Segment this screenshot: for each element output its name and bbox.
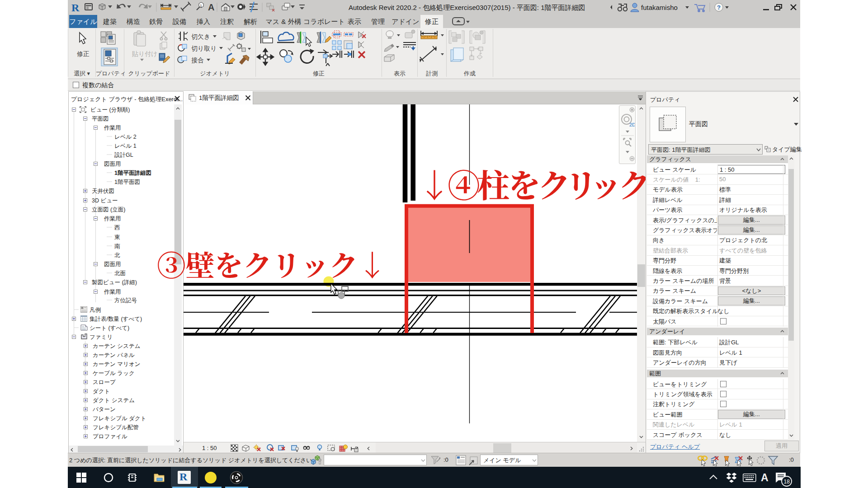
svg-text:接合: 接合	[191, 56, 204, 64]
svg-text:A: A	[208, 2, 214, 12]
svg-text:1: 1	[200, 4, 202, 8]
svg-text:R: R	[71, 2, 80, 14]
svg-text:切り取り: 切り取り	[191, 45, 217, 52]
svg-text:切欠き: 切欠き	[191, 33, 210, 40]
svg-text:貼り付け: 貼り付け	[132, 50, 158, 57]
svg-text:futakamisho: futakamisho	[641, 4, 678, 11]
svg-text:2D: 2D	[629, 122, 635, 127]
svg-text:18: 18	[784, 479, 790, 485]
svg-text:?: ?	[717, 4, 721, 11]
svg-text:修正: 修正	[76, 50, 90, 57]
